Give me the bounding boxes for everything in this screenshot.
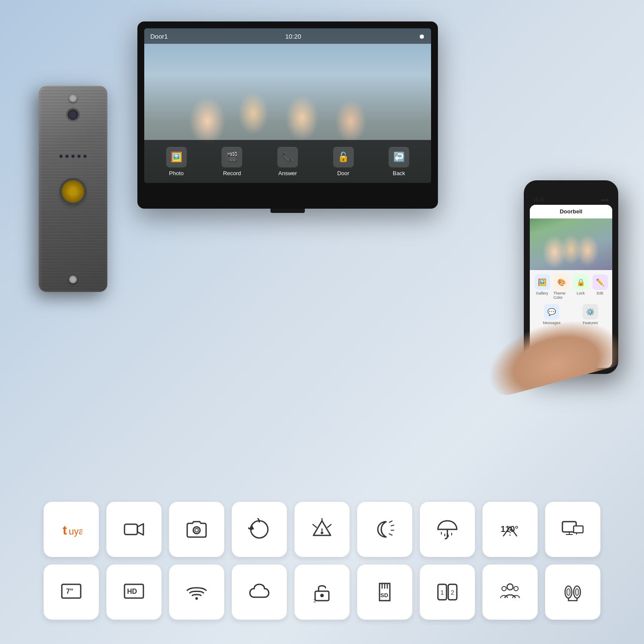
ir-led-5 (83, 155, 87, 158)
action-door-label: Door (337, 170, 349, 176)
features-section: t uya (21, 501, 623, 627)
action-back-label: Back (393, 170, 405, 176)
feature-sd-card: SD (357, 564, 413, 620)
phone-video-preview (530, 219, 612, 270)
feature-cloud (231, 564, 287, 620)
feature-motion-detection (294, 501, 350, 557)
tuya-icon: t uya (60, 518, 82, 541)
features-row-1: t uya (21, 501, 623, 557)
outdoor-unit (26, 86, 120, 292)
svg-point-46 (507, 584, 513, 590)
feature-photo-capture (169, 501, 225, 557)
gallery-label: Gallery (536, 291, 548, 295)
main-content: Door1 10:20 ⏺ 🖼️ Photo 🎬 Record (0, 0, 644, 644)
wide-angle-icon: 110° (499, 518, 521, 541)
playback-icon (248, 518, 270, 541)
feature-tuya: t uya (43, 501, 99, 557)
feature-dual-channel: 1 2 (419, 564, 475, 620)
svg-point-34 (195, 597, 198, 600)
svg-text:uya: uya (69, 526, 82, 537)
svg-point-51 (567, 589, 570, 595)
phone-notch (554, 186, 588, 194)
rain-umbrella-icon (436, 518, 459, 541)
ir-led-1 (59, 155, 63, 158)
outdoor-ir-leds (59, 155, 87, 158)
feature-unlock: 2 (294, 564, 350, 620)
ir-led-2 (65, 155, 69, 158)
feature-waterproof (419, 501, 475, 557)
monitor-channel-label: Door1 (150, 33, 168, 40)
svg-text:110°: 110° (501, 524, 518, 534)
action-record[interactable]: 🎬 Record (217, 147, 247, 176)
video-record-icon (123, 518, 145, 541)
svg-text:7": 7" (66, 588, 73, 595)
action-answer[interactable]: 📞 Answer (273, 147, 303, 176)
svg-point-47 (502, 586, 506, 591)
features-row-2: 7" HD (21, 564, 623, 620)
screen-7inch-icon: 7" (60, 581, 82, 603)
ir-led-3 (71, 155, 75, 158)
outdoor-doorbell-button[interactable] (62, 180, 84, 203)
answer-icon: 📞 (277, 147, 298, 167)
feature-wide-angle: 110° (482, 501, 538, 557)
indoor-monitor: Door1 10:20 ⏺ 🖼️ Photo 🎬 Record (137, 21, 438, 213)
svg-line-9 (313, 524, 317, 528)
monitor-screen: Door1 10:20 ⏺ 🖼️ Photo 🎬 Record (144, 28, 431, 183)
monitor-time: 10:20 (285, 33, 301, 40)
monitor-body: Door1 10:20 ⏺ 🖼️ Photo 🎬 Record (137, 21, 438, 209)
feature-hd: HD (106, 564, 162, 620)
outdoor-bottom-screw (69, 276, 77, 283)
sd-card-icon: SD (374, 581, 396, 603)
dual-channel-icon: 1 2 (436, 581, 459, 603)
svg-text:2: 2 (313, 598, 316, 603)
phone-status-bar: 11:16 ●●● (530, 197, 612, 205)
family-icon (499, 581, 521, 603)
phone-time: 11:16 (533, 197, 544, 202)
night-vision-icon (374, 518, 396, 541)
monitor-status-bar: Door1 10:20 ⏺ (144, 28, 431, 44)
svg-text:SD: SD (380, 592, 388, 598)
hand-holding-phone (472, 280, 627, 399)
feature-intercom (545, 564, 601, 620)
action-record-label: Record (223, 170, 241, 176)
multi-monitor-icon (562, 518, 584, 541)
action-photo[interactable]: 🖼️ Photo (161, 147, 191, 176)
camera-icon (185, 518, 208, 541)
ir-led-4 (77, 155, 81, 158)
intercom-icon (562, 581, 584, 603)
svg-marker-3 (137, 524, 143, 535)
feature-7inch-screen: 7" (43, 564, 99, 620)
outdoor-camera-lens (68, 109, 78, 120)
photo-icon: 🖼️ (166, 147, 187, 167)
svg-point-5 (195, 529, 198, 532)
feature-playback (231, 501, 287, 557)
back-icon: ↩️ (389, 147, 409, 167)
svg-rect-28 (574, 526, 583, 533)
feature-multi-family (482, 564, 538, 620)
svg-point-48 (514, 586, 518, 591)
hd-icon: HD (123, 581, 145, 603)
svg-line-17 (389, 534, 392, 535)
action-door[interactable]: 🔓 Door (328, 147, 358, 176)
motion-icon (311, 518, 333, 541)
svg-rect-2 (125, 524, 137, 535)
svg-line-14 (389, 521, 392, 522)
svg-text:HD: HD (127, 588, 137, 595)
door-icon: 🔓 (333, 147, 354, 167)
phone-video-people (530, 219, 612, 270)
phone-app-header: Doorbell (530, 205, 612, 219)
feature-wifi (169, 564, 225, 620)
action-back[interactable]: ↩️ Back (384, 147, 414, 176)
svg-point-12 (321, 532, 323, 534)
feature-multi-monitor (545, 501, 601, 557)
wifi-icon (185, 581, 208, 603)
svg-line-15 (391, 525, 394, 526)
outdoor-device-body (39, 86, 107, 292)
monitor-stand (270, 209, 305, 213)
feature-night-vision (357, 501, 413, 557)
action-answer-label: Answer (278, 170, 297, 176)
theme-icon: 🎨 (554, 274, 569, 290)
gallery-icon: 🖼️ (535, 274, 550, 290)
feature-video-record (106, 501, 162, 557)
svg-text:1: 1 (440, 589, 444, 596)
